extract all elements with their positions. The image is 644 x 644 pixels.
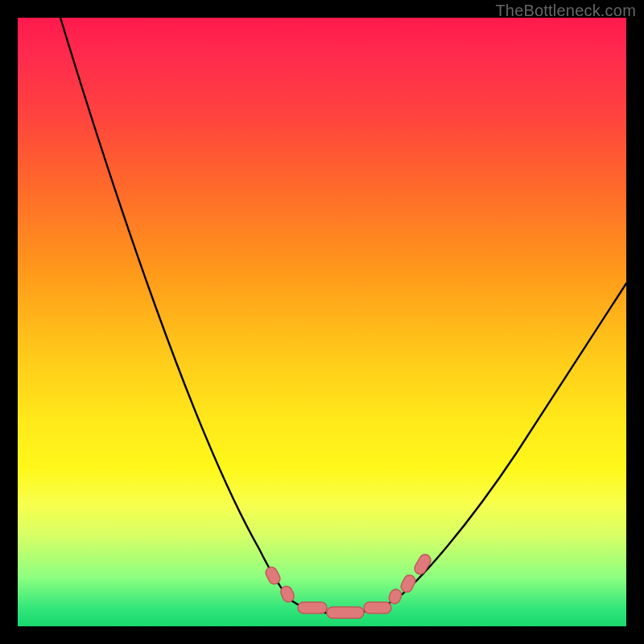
marker-point	[412, 552, 432, 576]
watermark-label: TheBottleneck.com	[495, 2, 636, 20]
marker-point	[264, 565, 283, 586]
marker-point	[399, 573, 417, 594]
marker-group	[264, 552, 433, 618]
chart-frame: TheBottleneck.com	[0, 0, 644, 644]
marker-point	[364, 602, 391, 613]
chart-svg	[18, 18, 626, 626]
marker-point	[298, 602, 327, 613]
bottleneck-curve-left	[60, 18, 291, 601]
bottleneck-curve-right	[394, 283, 626, 601]
marker-point	[327, 607, 364, 618]
curve-group	[60, 18, 626, 613]
